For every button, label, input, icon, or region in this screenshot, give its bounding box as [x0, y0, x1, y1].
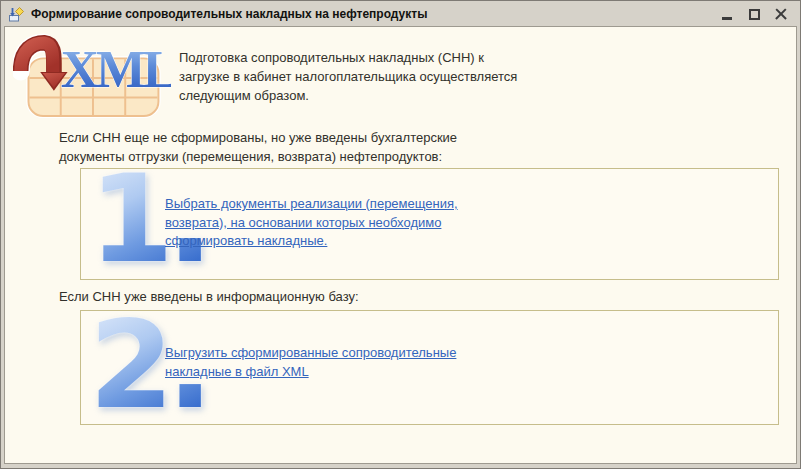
- step-1-link[interactable]: Выбрать документы реализации (перемещени…: [165, 195, 487, 251]
- intro-section: XML Подготовка сопроводительных накладны…: [5, 27, 796, 119]
- screen: { "window": { "title": "Формирование соп…: [0, 0, 801, 469]
- maximize-icon: [749, 9, 760, 20]
- step-2-box: 2. Выгрузить сформированные сопроводител…: [80, 310, 779, 425]
- app-window: Формирование сопроводительных накладных …: [0, 0, 801, 469]
- maximize-button[interactable]: [747, 7, 761, 21]
- data-processor-icon: [8, 6, 25, 23]
- minimize-button[interactable]: [720, 7, 734, 21]
- step-1-box: 1. Выбрать документы реализации (перемещ…: [80, 168, 779, 280]
- xml-logo-icon: XML: [13, 32, 171, 118]
- close-button[interactable]: [774, 7, 788, 21]
- intro-text: Подготовка сопроводительных накладных (С…: [179, 48, 531, 119]
- step-2-link[interactable]: Выгрузить сформированные сопроводительны…: [165, 344, 487, 381]
- window-controls: [720, 7, 790, 21]
- titlebar: Формирование сопроводительных накладных …: [3, 3, 798, 25]
- form-content: XML Подготовка сопроводительных накладны…: [4, 26, 797, 464]
- xml-logo-text: XML: [61, 40, 171, 98]
- window-title: Формирование сопроводительных накладных …: [31, 7, 720, 21]
- minimize-icon: [722, 17, 732, 20]
